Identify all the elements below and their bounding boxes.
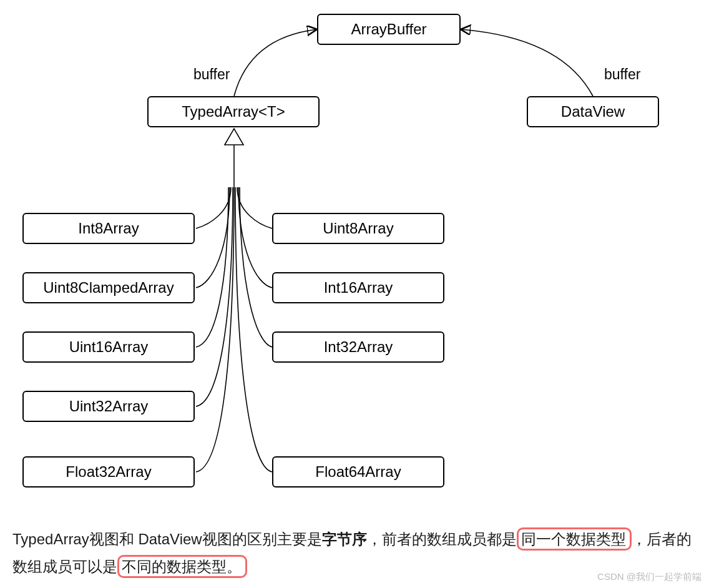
edge-label-buffer-left: buffer bbox=[193, 66, 230, 83]
diagram-area: ArrayBuffer TypedArray<T> DataView buffe… bbox=[0, 0, 709, 518]
edge-label-buffer-right: buffer bbox=[604, 66, 640, 83]
node-int16array: Int16Array bbox=[272, 272, 444, 303]
node-int32array: Int32Array bbox=[272, 331, 444, 363]
caption-text: TypedArray视图和 DataView视图的区别主要是字节序，前者的数组成… bbox=[12, 526, 697, 581]
node-arraybuffer: ArrayBuffer bbox=[317, 14, 461, 45]
node-uint16array: Uint16Array bbox=[22, 331, 195, 363]
node-uint8array: Uint8Array bbox=[272, 213, 444, 244]
node-float64array: Float64Array bbox=[272, 456, 444, 488]
node-float32array: Float32Array bbox=[22, 456, 195, 488]
node-uint8clampedarray: Uint8ClampedArray bbox=[22, 272, 195, 303]
caption-part1: TypedArray视图和 DataView视图的区别主要是 bbox=[12, 531, 322, 547]
connector-svg bbox=[0, 0, 709, 518]
caption-bold: 字节序 bbox=[322, 531, 367, 547]
watermark: CSDN @我们一起学前端 bbox=[597, 571, 702, 583]
caption-highlight-1: 同一个数据类型 bbox=[517, 527, 632, 551]
node-typedarray: TypedArray<T> bbox=[147, 96, 320, 127]
node-dataview: DataView bbox=[527, 96, 659, 127]
caption-highlight-2: 不同的数据类型。 bbox=[117, 555, 247, 578]
node-uint32array: Uint32Array bbox=[22, 391, 195, 422]
caption-part2: ，前者的数组成员都是 bbox=[367, 531, 517, 547]
node-int8array: Int8Array bbox=[22, 213, 195, 244]
